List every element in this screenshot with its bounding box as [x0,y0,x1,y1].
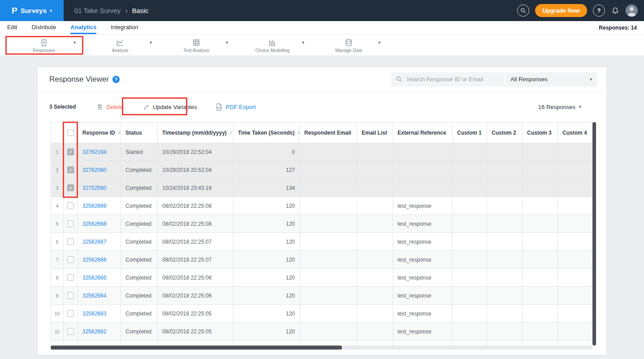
response-id-link[interactable]: 32752560 [82,185,106,191]
cell-custom4 [558,269,593,287]
column-header-time-taken-seconds[interactable]: Time Taken (Seconds)▲▼ [233,123,300,143]
column-header-custom-2: Custom 2 [487,123,523,143]
cell-custom4 [558,197,593,215]
tab-edit[interactable]: Edit [7,21,17,34]
cell-custom3 [523,287,558,305]
sort-icon[interactable]: ▲▼ [118,131,121,135]
analytics-toolbar: Responses ▾ Analysis ▾ Text Analysis ▾ C… [0,35,644,56]
help-button[interactable]: ? [593,4,605,17]
cell-email [300,161,357,179]
chevron-down-icon[interactable]: ▾ [302,40,304,45]
chevron-down-icon: ▾ [590,77,592,82]
response-id-link[interactable]: 32762194 [82,149,106,155]
row-checkbox[interactable]: ✓ [67,184,74,191]
response-id-link[interactable]: 32562666 [82,257,106,263]
breadcrumb: 01 Take Survey › Basic [74,7,148,15]
toolbar-manage-data[interactable]: Manage Data ▾ [311,35,387,56]
row-checkbox[interactable] [67,238,74,245]
toolbar-choice-modelling[interactable]: Choice Modelling ▾ [234,35,311,56]
toolbar-text-analysis[interactable]: Text Analysis ▾ [158,35,234,56]
vertical-scrollbar[interactable] [592,122,596,346]
tab-analytics[interactable]: Analytics [70,21,96,34]
chevron-down-icon[interactable]: ▾ [378,40,380,45]
cell-timestamp: 10/24/2018 23:43:19 [158,179,233,197]
column-header-response-id[interactable]: Response ID▲▼ [78,123,121,143]
delete-label: Delete [106,104,123,110]
row-checkbox[interactable]: ✓ [67,166,74,173]
cell-external_ref: test_response [393,197,453,215]
update-variables-button[interactable]: Update Variables [139,100,201,114]
row-checkbox[interactable] [67,220,74,227]
search-response-input[interactable] [406,75,500,83]
cell-custom3 [523,305,558,323]
notifications-button[interactable] [611,6,620,15]
cell-email_list [357,287,393,305]
response-id-link[interactable]: 32562662 [82,328,106,335]
cell-email_list [357,323,393,341]
svg-text:PDF: PDF [217,106,221,109]
chevron-down-icon[interactable]: ▾ [150,40,152,45]
column-header-timestamp-mm-dd-yyyy[interactable]: Timestamp (mm/dd/yyyy)▲▼ [158,123,233,143]
cell-email_list [357,143,393,161]
responses-count-dropdown[interactable]: 16 Responses ▾ [538,104,581,110]
tab-integration[interactable]: Integration [111,21,138,34]
cell-seconds: 120 [233,323,300,341]
cell-timestamp: 10/29/2018 20:52:04 [158,161,233,179]
toolbar-responses[interactable]: Responses ▾ [6,35,82,56]
response-id-link[interactable]: 32562669 [82,203,106,209]
response-id-link[interactable]: 32562668 [82,221,106,227]
help-icon[interactable]: ? [112,76,120,83]
row-checkbox[interactable] [67,202,74,209]
horizontal-scrollbar-thumb[interactable] [51,346,342,350]
cell-email [300,143,357,161]
row-checkbox-cell: ✓ [64,179,78,197]
response-id-link[interactable]: 32562664 [82,293,106,299]
cell-seconds: 120 [233,305,300,323]
toolbar-analysis[interactable]: Analysis ▾ [82,35,158,56]
avatar[interactable] [626,4,638,17]
select-all-checkbox[interactable] [67,129,74,136]
cell-id: 32762194 [78,143,121,161]
row-checkbox[interactable] [67,274,74,281]
response-id-link[interactable]: 32762060 [82,167,106,173]
upgrade-now-button[interactable]: Upgrade Now [535,4,587,17]
search-icon [396,76,402,83]
table-row: 1✓32762194Started10/29/2018 22:52:040 [51,143,593,161]
row-checkbox[interactable] [67,292,74,299]
table-row: 1032562663Completed08/02/2018 22:25:0512… [51,305,593,323]
sort-icon[interactable]: ▲▼ [297,131,299,135]
row-checkbox[interactable] [67,310,74,317]
response-viewer-header: Response Viewer ? All Responses ▾ [38,67,606,91]
row-checkbox[interactable] [67,328,74,335]
row-checkbox[interactable] [67,256,74,263]
tab-distribute[interactable]: Distribute [31,21,56,34]
cell-seconds: 120 [233,215,300,233]
responses-count-value: 16 Responses [538,104,575,110]
row-checkbox-cell [64,251,78,269]
pdf-export-button[interactable]: PDF PDF Export [215,103,256,111]
pencil-icon [143,104,150,110]
cell-custom2 [487,269,523,287]
column-label: Email List [362,130,387,136]
response-id-link[interactable]: 32562663 [82,311,106,317]
delete-button[interactable]: Delete [96,103,123,110]
cell-seconds: 0 [233,143,300,161]
chevron-down-icon[interactable]: ▾ [73,40,76,45]
search-button[interactable] [517,4,529,17]
breadcrumb-survey-name[interactable]: 01 Take Survey [74,7,121,14]
column-label: Status [125,130,142,136]
horizontal-scrollbar-track[interactable] [51,346,592,350]
bell-icon [611,6,620,15]
surveys-menu[interactable]: P Surveys ▾ [0,0,64,21]
response-id-link[interactable]: 32562665 [82,275,106,281]
cell-external_ref: test_response [393,323,453,341]
sort-icon[interactable]: ▲▼ [229,131,232,135]
row-checkbox[interactable]: ✓ [67,149,74,155]
response-filter-dropdown[interactable]: All Responses ▾ [505,72,597,87]
cell-status: Started [121,143,158,161]
response-id-link[interactable]: 32562667 [82,239,106,245]
cell-id: 32562664 [78,287,121,305]
column-header-custom-4: Custom 4 [558,123,593,143]
cell-custom3 [523,197,558,215]
chevron-down-icon[interactable]: ▾ [226,40,228,45]
